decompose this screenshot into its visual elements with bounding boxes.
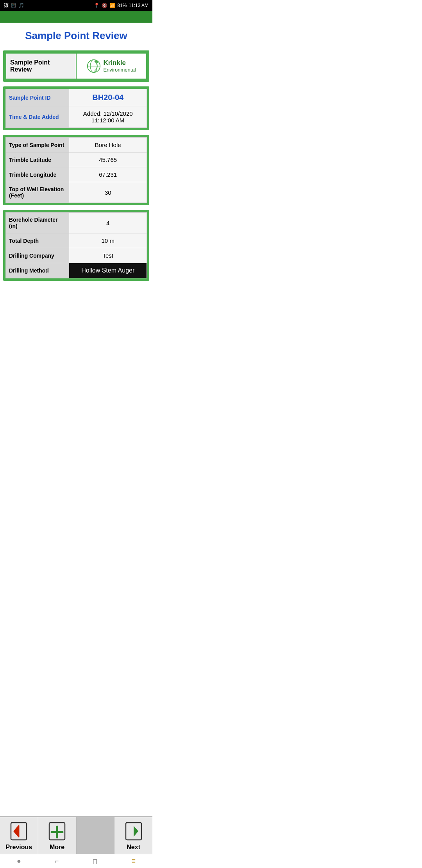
image-icon: 🖼 [4, 3, 9, 8]
elevation-value: 30 [69, 182, 147, 203]
logo-text: Krinkle Environmental [103, 59, 136, 73]
borehole-table: Borehole Diameter (in) 4 Total Depth 10 … [5, 212, 147, 278]
sample-point-id-label: Sample Point ID [6, 89, 69, 106]
green-header-bar [0, 11, 152, 23]
table-row: Borehole Diameter (in) 4 [6, 213, 147, 233]
lon-label: Trimble Longitude [6, 167, 69, 182]
diameter-label: Borehole Diameter (in) [6, 213, 69, 233]
drilling-method-label: Drilling Method [6, 263, 69, 278]
depth-label: Total Depth [6, 233, 69, 248]
lon-value: 67.231 [69, 167, 147, 182]
borehole-section: Borehole Diameter (in) 4 Total Depth 10 … [3, 210, 149, 281]
type-value: Bore Hole [69, 138, 147, 152]
details-section: Type of Sample Point Bore Hole Trimble L… [3, 135, 149, 205]
wifi-icon: 📶 [109, 3, 115, 8]
header-card: Sample Point Review Krinkle Environmenta… [5, 53, 147, 79]
table-row: Total Depth 10 m [6, 233, 147, 248]
location-icon: 📍 [94, 3, 100, 8]
type-label: Type of Sample Point [6, 138, 69, 152]
status-right: 📍 🔇 📶 81% 11:13 AM [94, 3, 148, 8]
battery-text: 81% [117, 3, 127, 8]
sample-point-section: Sample Point ID BH20-04 Time & Date Adde… [3, 86, 149, 130]
table-row: Drilling Company Test [6, 248, 147, 263]
drilling-method-value: Hollow Stem Auger [69, 263, 147, 278]
table-row: Trimble Latitude 45.765 [6, 152, 147, 167]
table-row: Time & Date Added Added: 12/10/202011:12… [6, 106, 147, 128]
time-date-label: Time & Date Added [6, 106, 69, 128]
lat-label: Trimble Latitude [6, 152, 69, 167]
drilling-company-label: Drilling Company [6, 248, 69, 263]
table-row: Drilling Method Hollow Stem Auger [6, 263, 147, 278]
sample-point-table: Sample Point ID BH20-04 Time & Date Adde… [5, 89, 147, 128]
voicemail-icon: 📳 [11, 3, 16, 8]
table-row: Top of Well Elevation (Feet) 30 [6, 182, 147, 203]
sample-point-id-value: BH20-04 [69, 89, 147, 106]
table-row: Sample Point ID BH20-04 [6, 89, 147, 106]
shazam-icon: 🎵 [18, 3, 24, 8]
header-card-logo: Krinkle Environmental [77, 54, 146, 79]
logo-company-sub: Environmental [103, 67, 136, 73]
time-date-value: Added: 12/10/202011:12:00 AM [69, 106, 147, 128]
status-bar: 🖼 📳 🎵 📍 🔇 📶 81% 11:13 AM [0, 0, 152, 11]
header-section: Sample Point Review Krinkle Environmenta… [3, 50, 149, 82]
krinkle-logo-icon [87, 59, 101, 73]
table-row: Type of Sample Point Bore Hole [6, 138, 147, 152]
logo-company-name: Krinkle [103, 59, 136, 67]
elevation-label: Top of Well Elevation (Feet) [6, 182, 69, 203]
drilling-company-value: Test [69, 248, 147, 263]
time-display: 11:13 AM [129, 3, 148, 8]
table-row: Trimble Longitude 67.231 [6, 167, 147, 182]
lat-value: 45.765 [69, 152, 147, 167]
page-title: Sample Point Review [0, 23, 152, 46]
details-table: Type of Sample Point Bore Hole Trimble L… [5, 137, 147, 203]
depth-value: 10 m [69, 233, 147, 248]
mute-icon: 🔇 [102, 3, 107, 8]
status-left: 🖼 📳 🎵 [4, 3, 24, 8]
diameter-value: 4 [69, 213, 147, 233]
header-card-label: Sample Point Review [6, 54, 77, 79]
